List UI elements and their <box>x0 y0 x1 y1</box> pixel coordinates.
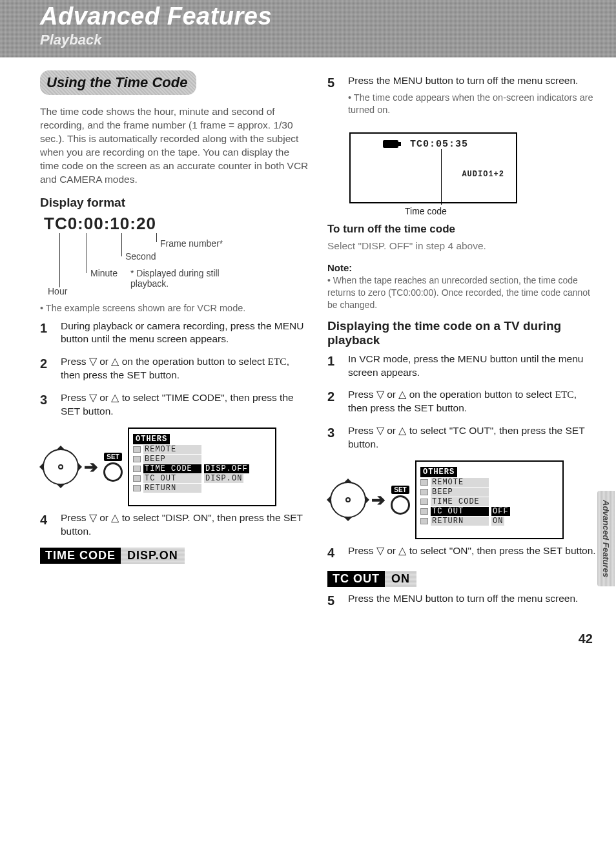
down-icon <box>376 545 384 556</box>
down-icon <box>89 512 97 523</box>
second-label: Second <box>125 251 156 262</box>
tv-step-1: In VCR mode, press the MENU button until… <box>348 353 597 380</box>
tcout-bar: TC OUT ON <box>327 571 597 587</box>
tv-step-5: Press the MENU button to turn off the me… <box>348 592 597 610</box>
nav-wheel-icon <box>43 449 79 485</box>
note-heading: Note: <box>327 262 597 273</box>
right-step-5: Press the MENU button to turn off the me… <box>348 74 597 88</box>
vcr-note: • The example screens shown are for VCR … <box>40 303 309 313</box>
down-icon <box>89 392 97 403</box>
timecode-example: TC0:00:10:20 <box>44 214 309 234</box>
frame-label: Frame number* <box>160 238 223 249</box>
down-icon <box>89 356 97 367</box>
osd-screen-2: OTHERS REMOTE BEEP TIME CODE TC OUTOFF R… <box>415 460 564 539</box>
osd-illustration-2: ➔ SET OTHERS REMOTE BEEP TIME CODE TC OU… <box>330 460 597 539</box>
up-icon <box>398 545 406 556</box>
up-icon <box>398 425 406 436</box>
battery-icon <box>383 140 398 148</box>
left-step-1: During playback or camera recording, pre… <box>61 320 309 347</box>
set-button-icon <box>391 495 410 515</box>
minute-label: Minute <box>90 268 118 278</box>
left-column: Using the Time Code The time code shows … <box>40 69 309 619</box>
down-icon <box>376 389 384 400</box>
timecode-diagram: TC0:00:10:20 Frame number* Second Minute… <box>40 214 309 298</box>
display-format-heading: Display format <box>40 196 309 210</box>
set-label: SET <box>391 486 409 494</box>
right-step-5-note: • The time code appears when the on-scre… <box>348 92 597 117</box>
page-number: 42 <box>0 632 616 659</box>
tv-step-2: Press or on the operation button to sele… <box>348 388 597 415</box>
intro-text: The time code shows the hour, minute and… <box>40 105 309 187</box>
up-icon <box>111 392 119 403</box>
left-step-3: Press or to select "TIME CODE", then pre… <box>61 391 309 418</box>
up-icon <box>398 389 406 400</box>
side-tab: Advanced Features <box>597 491 615 586</box>
right-column: 5 Press the MENU button to turn off the … <box>327 69 597 619</box>
turnoff-heading: To turn off the time code <box>327 223 597 236</box>
set-label: SET <box>104 453 121 461</box>
left-step-4: Press or to select "DISP. ON", then pres… <box>61 511 309 539</box>
timecode-bar: TIME CODE DISP.ON <box>40 548 309 564</box>
down-icon <box>376 425 384 436</box>
tv-step-3: Press or to select "TC OUT", then press … <box>348 424 597 451</box>
tv-step-4: Press or to select "ON", then press the … <box>348 544 597 562</box>
timecode-value: TC0:05:35 <box>410 139 468 150</box>
up-icon <box>111 512 119 523</box>
audio-label: AUDIO1+2 <box>462 170 504 179</box>
section-tag: Using the Time Code <box>40 70 196 95</box>
header-title: Advanced Features <box>40 3 603 30</box>
nav-wheel-icon <box>330 482 366 518</box>
tv-heading: Displaying the time code on a TV during … <box>327 319 597 347</box>
set-button-icon <box>103 462 123 482</box>
timecode-caption: Time code <box>405 206 597 216</box>
frame-note: * Displayed during still playback. <box>130 268 247 289</box>
turnoff-text: Select "DISP. OFF" in step 4 above. <box>327 240 597 253</box>
left-step-2: Press or on the operation button to sele… <box>61 355 309 382</box>
up-icon <box>111 356 119 367</box>
hour-label: Hour <box>48 286 67 296</box>
timecode-screen: TC0:05:35 AUDIO1+2 <box>349 132 517 203</box>
note-text: • When the tape reaches an unrecorded se… <box>327 274 597 311</box>
header-subtitle: Playback <box>40 32 603 48</box>
osd-screen-1: OTHERS REMOTE BEEP TIME CODEDISP.OFF TC … <box>128 428 276 506</box>
page-header: Advanced Features Playback <box>0 0 616 57</box>
osd-illustration-1: ➔ SET OTHERS REMOTE BEEP TIME CODEDISP.O… <box>43 428 309 506</box>
